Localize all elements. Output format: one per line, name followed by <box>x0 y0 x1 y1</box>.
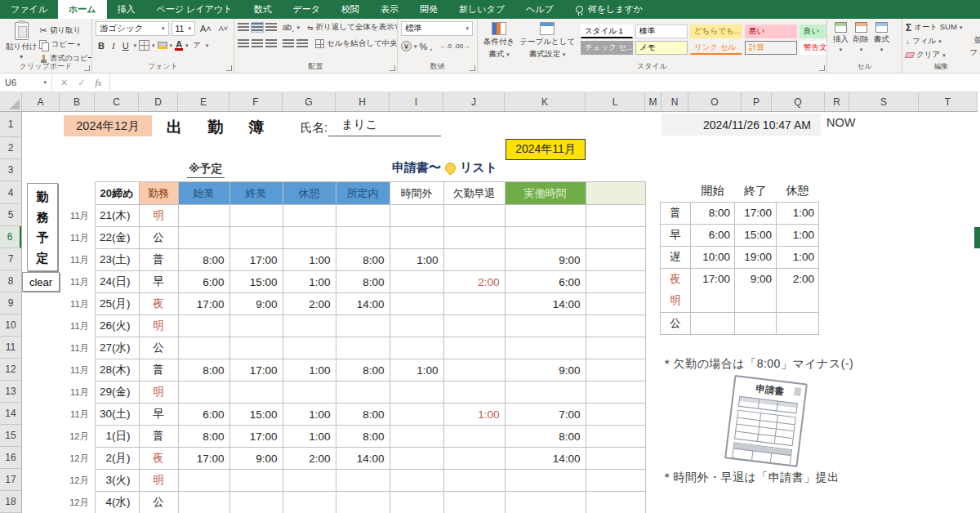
tab-help[interactable]: ヘルプ <box>515 0 564 19</box>
day-cell[interactable]: 1(日) <box>95 426 139 448</box>
italic-button[interactable]: I <box>109 41 118 51</box>
cell-absent[interactable]: 2:00 <box>443 271 505 293</box>
style-chip-bad[interactable]: 悪い <box>745 25 797 38</box>
cell-reg[interactable] <box>336 470 390 492</box>
cell-brk[interactable]: 2:00 <box>283 293 336 315</box>
column-header-L[interactable]: L <box>586 92 645 111</box>
shift-end-cell[interactable]: 9:00 <box>735 268 777 290</box>
day-cell[interactable]: 30(土) <box>95 404 139 426</box>
cell-ot[interactable]: 1:00 <box>390 359 443 381</box>
column-header-K[interactable]: K <box>505 92 586 111</box>
cell-ot[interactable] <box>390 337 443 359</box>
column-header-F[interactable]: F <box>229 92 283 111</box>
cell-actual[interactable]: 8:00 <box>505 426 586 448</box>
align-bottom-icon[interactable] <box>265 23 277 32</box>
shift-start-cell[interactable]: 17:00 <box>691 268 735 290</box>
column-header-N[interactable]: N <box>662 92 688 111</box>
row-header-17[interactable]: 17 <box>0 469 21 491</box>
shift-brk-cell[interactable]: 1:00 <box>777 224 819 246</box>
format-cells-button[interactable]: 書式 ▾ <box>871 21 892 54</box>
cell-brk[interactable] <box>283 381 336 404</box>
name-box[interactable]: U6 ▾ <box>0 74 52 91</box>
row-header-2[interactable]: 2 <box>0 137 21 159</box>
font-size-select[interactable]: 11 ▾ <box>172 21 195 36</box>
cell-ot[interactable] <box>390 470 443 492</box>
shift-start-cell[interactable]: 6:00 <box>691 224 735 246</box>
cell-start[interactable] <box>178 227 229 249</box>
cell-extra[interactable] <box>586 359 645 381</box>
cell-absent[interactable] <box>443 205 505 227</box>
paste-button[interactable]: 貼り付け ▼ <box>3 21 39 60</box>
attendance-header-4[interactable]: 休憩 <box>283 182 336 205</box>
copy-button[interactable]: コピー ▾ <box>39 38 92 51</box>
cell-extra[interactable] <box>586 404 645 426</box>
cell-actual[interactable] <box>505 470 586 492</box>
cell-reg[interactable]: 8:00 <box>336 426 390 448</box>
cell-actual[interactable]: 14:00 <box>505 448 586 470</box>
decrease-decimal-icon[interactable]: .00→ <box>454 42 470 50</box>
column-header-B[interactable]: B <box>60 92 95 111</box>
shift-cell[interactable]: 明 <box>139 381 178 404</box>
wrap-text-button[interactable]: ⇋ 折り返して全体を表示する <box>307 21 398 33</box>
cell-absent[interactable] <box>443 359 505 381</box>
day-cell[interactable]: 29(金) <box>95 381 139 404</box>
decrease-font-button[interactable]: A˅ <box>216 25 230 33</box>
percent-format-icon[interactable]: % <box>420 42 428 51</box>
cell-reg[interactable]: 8:00 <box>336 249 390 271</box>
insert-cells-button[interactable]: 挿入 ▾ <box>831 21 851 54</box>
column-header-I[interactable]: I <box>390 92 443 111</box>
day-cell[interactable]: 27(水) <box>95 337 139 359</box>
style-chip-warning-text[interactable]: 警告文 <box>800 41 827 55</box>
employee-name-field[interactable]: まりこ <box>328 117 441 136</box>
cell-actual[interactable] <box>505 205 586 227</box>
cell-actual[interactable] <box>505 315 586 337</box>
cell-ot[interactable] <box>390 492 443 513</box>
cell-reg[interactable]: 14:00 <box>336 448 390 470</box>
delete-cells-button[interactable]: 削除 ▾ <box>851 21 871 54</box>
day-cell[interactable]: 22(金) <box>95 227 139 249</box>
column-header-T[interactable]: T <box>919 92 978 111</box>
currency-format-icon[interactable]: ¥ <box>401 41 412 51</box>
cell-start[interactable]: 8:00 <box>178 426 229 448</box>
cell-brk[interactable] <box>283 227 336 249</box>
cell-ot[interactable] <box>390 205 443 227</box>
cell-start[interactable]: 8:00 <box>178 249 229 271</box>
cell-end[interactable]: 9:00 <box>229 448 283 470</box>
borders-icon[interactable] <box>139 40 149 51</box>
shift-cell[interactable]: 公 <box>139 492 178 513</box>
cell-brk[interactable]: 2:00 <box>283 448 336 470</box>
shift-cell[interactable]: 明 <box>139 205 178 227</box>
cell-end[interactable]: 15:00 <box>229 271 283 293</box>
cell-end[interactable]: 17:00 <box>229 426 283 448</box>
shift-cell[interactable]: 早 <box>139 404 178 426</box>
shift-cell[interactable]: 夜 <box>139 448 178 470</box>
cell-extra[interactable] <box>586 337 645 359</box>
cell-extra[interactable] <box>586 381 645 404</box>
shift-start-cell[interactable]: 10:00 <box>691 246 735 268</box>
cell-ot[interactable] <box>390 404 443 426</box>
shift-brk-cell[interactable]: 1:00 <box>777 246 819 268</box>
column-header-C[interactable]: C <box>95 92 139 111</box>
cell-actual[interactable] <box>505 227 586 249</box>
cell-end[interactable] <box>229 470 283 492</box>
cell-ot[interactable] <box>390 271 443 293</box>
month-badge-december[interactable]: 2024年12月 <box>64 115 152 136</box>
shift-cell[interactable]: 普 <box>139 426 178 448</box>
column-header-R[interactable]: R <box>825 92 849 111</box>
cell-actual[interactable] <box>505 381 586 404</box>
cell-absent[interactable] <box>443 227 505 249</box>
cell-extra[interactable] <box>586 470 645 492</box>
cell-actual[interactable]: 14:00 <box>505 293 586 315</box>
alignment-dialog-launcher-icon[interactable] <box>390 65 395 71</box>
cell-ot[interactable] <box>390 381 443 404</box>
comma-format-icon[interactable]: , <box>430 42 432 51</box>
day-cell[interactable]: 21(木) <box>95 205 139 227</box>
format-as-table-button[interactable]: テーブルとして 書式設定 ▾ <box>517 21 577 60</box>
cell-end[interactable] <box>229 315 283 337</box>
row-header-16[interactable]: 16 <box>0 447 21 469</box>
row-header-14[interactable]: 14 <box>0 403 21 425</box>
cell-extra[interactable] <box>586 426 645 448</box>
cell-brk[interactable]: 1:00 <box>283 271 336 293</box>
cell-brk[interactable]: 1:00 <box>283 359 336 381</box>
font-dialog-launcher-icon[interactable] <box>226 65 232 71</box>
